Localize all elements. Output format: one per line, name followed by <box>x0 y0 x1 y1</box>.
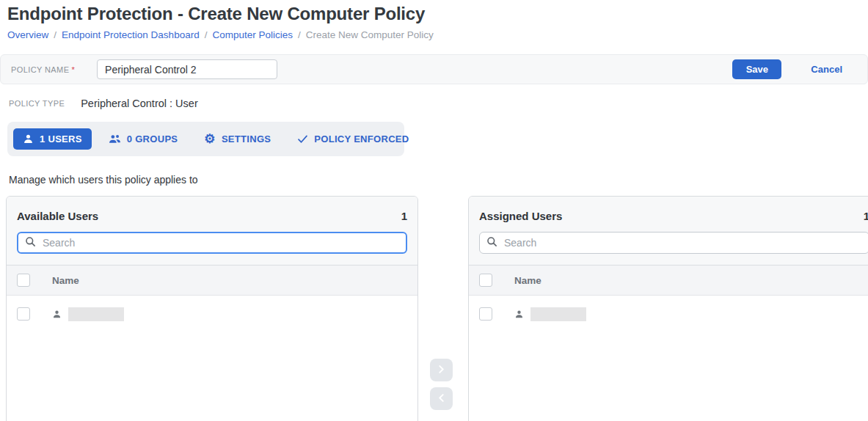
page-header: Endpoint Protection - Create New Compute… <box>0 0 868 40</box>
tab-groups-label: 0 GROUPS <box>127 133 178 144</box>
user-assignment-panels: Available Users 1 Name <box>0 196 868 421</box>
row-checkbox[interactable] <box>479 307 492 321</box>
user-icon <box>23 133 34 144</box>
tab-users-label: 1 USERS <box>40 133 82 144</box>
check-icon <box>297 134 308 144</box>
select-all-checkbox[interactable] <box>17 274 30 287</box>
tab-users[interactable]: 1 USERS <box>13 128 92 150</box>
assigned-users-count: 1 <box>864 210 868 222</box>
available-users-panel: Available Users 1 Name <box>6 196 418 421</box>
policy-type-value: Peripheral Control : User <box>81 98 198 109</box>
breadcrumb-endpoint-protection-dashboard[interactable]: Endpoint Protection Dashboard <box>62 29 200 40</box>
tab-settings-label: SETTINGS <box>222 133 271 144</box>
available-users-header: Available Users 1 <box>7 197 417 265</box>
available-users-search-input[interactable] <box>43 237 399 249</box>
cancel-button[interactable]: Cancel <box>811 64 842 75</box>
redacted-user-name <box>68 307 124 321</box>
assigned-users-panel: Assigned Users 1 Name <box>468 196 868 421</box>
search-icon <box>486 236 497 250</box>
redacted-user-name <box>530 307 586 321</box>
row-checkbox[interactable] <box>17 307 30 321</box>
breadcrumb-separator: / <box>54 29 56 40</box>
available-users-search[interactable] <box>17 232 407 254</box>
user-icon <box>52 310 62 319</box>
name-column-header: Name <box>52 275 79 286</box>
breadcrumb: Overview / Endpoint Protection Dashboard… <box>7 29 868 40</box>
chevron-left-icon <box>437 393 445 404</box>
required-marker: * <box>71 65 75 74</box>
assigned-users-header: Assigned Users 1 <box>469 197 868 265</box>
policy-name-label: POLICY NAME* <box>11 65 75 74</box>
search-icon <box>25 236 36 250</box>
user-icon <box>514 310 524 319</box>
breadcrumb-current-page: Create New Computer Policy <box>306 29 434 40</box>
assigned-users-search[interactable] <box>479 232 868 254</box>
policy-type-label: POLICY TYPE <box>9 99 65 108</box>
tab-bar: 1 USERS 0 GROUPS ⚙ SETTINGS POLICY ENFOR… <box>7 122 404 156</box>
assigned-users-title: Assigned Users <box>479 210 562 222</box>
users-icon <box>109 133 121 144</box>
available-users-table-header: Name <box>7 265 417 296</box>
policy-name-bar: POLICY NAME* Save Cancel <box>0 54 868 84</box>
assigned-users-table-header: Name <box>469 265 868 296</box>
available-users-count: 1 <box>401 210 407 222</box>
assigned-users-search-input[interactable] <box>504 237 862 249</box>
policy-type-row: POLICY TYPE Peripheral Control : User <box>0 84 868 109</box>
breadcrumb-separator: / <box>298 29 301 40</box>
chevron-right-icon <box>437 365 445 376</box>
save-button[interactable]: Save <box>732 59 781 79</box>
select-all-checkbox[interactable] <box>479 274 492 287</box>
page-title: Endpoint Protection - Create New Compute… <box>7 4 868 24</box>
name-column-header: Name <box>514 275 541 286</box>
tab-policy-enforced-label: POLICY ENFORCED <box>314 133 409 144</box>
assign-users-button[interactable] <box>430 359 453 381</box>
breadcrumb-separator: / <box>205 29 208 40</box>
tab-groups[interactable]: 0 GROUPS <box>99 128 188 150</box>
breadcrumb-computer-policies[interactable]: Computer Policies <box>212 29 293 40</box>
tab-policy-enforced[interactable]: POLICY ENFORCED <box>288 128 418 150</box>
table-row[interactable] <box>7 296 417 332</box>
tab-settings[interactable]: ⚙ SETTINGS <box>194 128 280 150</box>
section-description: Manage which users this policy applies t… <box>9 174 868 186</box>
breadcrumb-overview[interactable]: Overview <box>7 29 48 40</box>
table-row[interactable] <box>469 296 868 332</box>
unassign-users-button[interactable] <box>430 387 453 410</box>
policy-name-input[interactable] <box>97 59 277 79</box>
available-users-title: Available Users <box>17 210 98 222</box>
gear-icon: ⚙ <box>204 133 216 145</box>
